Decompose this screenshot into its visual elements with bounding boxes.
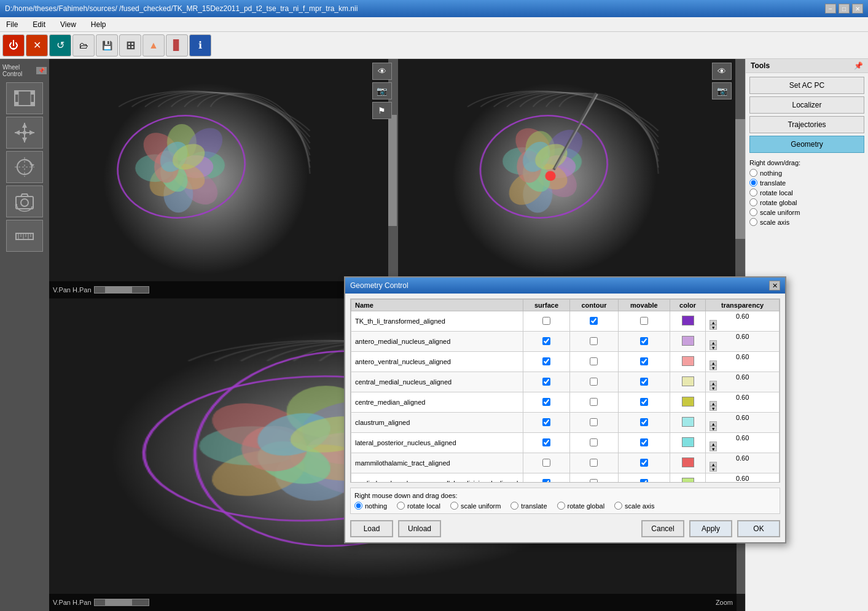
spinner-down[interactable]: ▼	[710, 406, 717, 411]
spinner-up[interactable]: ▲	[710, 482, 717, 483]
dialog-close-button[interactable]: ✕	[769, 281, 780, 290]
menu-help[interactable]: Help	[87, 19, 110, 30]
contour-checkbox[interactable]	[590, 398, 598, 406]
dialog-radio-translate[interactable]	[510, 502, 518, 510]
dialog-radio-nothing-label[interactable]: nothing	[354, 502, 387, 510]
movable-checkbox[interactable]	[640, 398, 648, 406]
contour-checkbox[interactable]	[590, 418, 598, 426]
spinner-down[interactable]: ▼	[710, 325, 717, 330]
transparency-spinner[interactable]: ▲▼	[710, 462, 775, 472]
transparency-spinner[interactable]: ▲▼	[710, 421, 775, 431]
spinner-down[interactable]: ▼	[710, 426, 717, 431]
trajectories-button[interactable]: Trajectories	[749, 116, 864, 133]
viewport-bl-hscroll[interactable]	[94, 599, 149, 606]
menu-file[interactable]: File	[2, 19, 22, 30]
movable-checkbox[interactable]	[640, 357, 648, 365]
localizer-button[interactable]: Localizer	[749, 96, 864, 114]
transparency-spinner[interactable]: ▲▼	[710, 360, 775, 370]
spinner-down[interactable]: ▼	[710, 345, 717, 350]
contour-checkbox[interactable]	[590, 337, 598, 345]
spinner-up[interactable]: ▲	[710, 320, 717, 325]
dialog-radio-scale-axis-label[interactable]: scale axis	[614, 502, 654, 510]
surface-checkbox[interactable]	[542, 418, 550, 426]
viewport-tl-flag-btn[interactable]: ⚑	[372, 102, 392, 119]
cancel-button[interactable]: Cancel	[641, 520, 684, 537]
dialog-radio-rotate-global-label[interactable]: rotate global	[557, 502, 605, 510]
viewport-tr-vscroll[interactable]	[735, 59, 745, 298]
refresh-button[interactable]: ↺	[49, 34, 71, 56]
viewport-tr-cam-btn[interactable]: 📷	[712, 82, 732, 99]
contour-checkbox[interactable]	[590, 438, 598, 446]
spinner-up[interactable]: ▲	[710, 381, 717, 386]
color-swatch[interactable]	[682, 478, 694, 483]
transparency-spinner[interactable]: ▲▼	[710, 320, 775, 330]
dialog-radio-nothing[interactable]	[354, 502, 362, 510]
contour-checkbox[interactable]	[590, 378, 598, 386]
menu-view[interactable]: View	[57, 19, 80, 30]
color-swatch[interactable]	[682, 417, 694, 427]
load-button[interactable]: Load	[350, 520, 393, 537]
radio-translate[interactable]	[749, 179, 757, 187]
dialog-radio-scale-axis[interactable]	[614, 502, 622, 510]
spinner-down[interactable]: ▼	[710, 365, 717, 370]
transparency-spinner[interactable]: ▲▼	[710, 340, 775, 350]
spinner-up[interactable]: ▲	[710, 462, 717, 467]
surface-checkbox[interactable]	[542, 357, 550, 365]
radio-rotate-global[interactable]	[749, 198, 757, 206]
surface-checkbox[interactable]	[542, 459, 550, 467]
dialog-radio-rotate-local[interactable]	[397, 502, 405, 510]
contour-checkbox[interactable]	[590, 317, 598, 325]
transparency-spinner[interactable]: ▲▼	[710, 401, 775, 411]
spinner-up[interactable]: ▲	[710, 340, 717, 345]
chart2-button[interactable]: ▊	[166, 34, 188, 56]
contour-checkbox[interactable]	[590, 459, 598, 467]
color-swatch[interactable]	[682, 356, 694, 366]
layers-button[interactable]: ⊞	[119, 34, 141, 56]
movable-checkbox[interactable]	[640, 479, 648, 483]
tools-panel-pin[interactable]: 📌	[854, 61, 863, 70]
close-button[interactable]: ✕	[852, 4, 863, 14]
spinner-down[interactable]: ▼	[710, 446, 717, 451]
movable-checkbox[interactable]	[640, 418, 648, 426]
viewport-tr-eye-btn[interactable]: 👁	[712, 63, 732, 80]
radio-nothing[interactable]	[749, 169, 757, 177]
transparency-spinner[interactable]: ▲▼	[710, 381, 775, 391]
unload-button[interactable]: Unload	[398, 520, 441, 537]
viewport-tl-eye-btn[interactable]: 👁	[372, 63, 392, 80]
dialog-radio-scale-uniform-label[interactable]: scale uniform	[450, 502, 501, 510]
color-swatch[interactable]	[682, 437, 694, 447]
save-button[interactable]: 💾	[96, 34, 118, 56]
radio-scale-uniform[interactable]	[749, 208, 757, 216]
surface-checkbox[interactable]	[542, 398, 550, 406]
sidebar-move-btn[interactable]	[6, 117, 43, 149]
movable-checkbox[interactable]	[640, 317, 648, 325]
spinner-down[interactable]: ▼	[710, 467, 717, 472]
radio-rotate-local[interactable]	[749, 189, 757, 197]
stop-button[interactable]: ✕	[26, 34, 48, 56]
color-swatch[interactable]	[682, 376, 694, 386]
movable-checkbox[interactable]	[640, 378, 648, 386]
ok-button[interactable]: OK	[737, 520, 780, 537]
dialog-radio-scale-uniform[interactable]	[450, 502, 458, 510]
dialog-radio-translate-label[interactable]: translate	[510, 502, 547, 510]
surface-checkbox[interactable]	[542, 378, 550, 386]
minimize-button[interactable]: −	[825, 4, 836, 14]
setacpc-button[interactable]: Set AC PC	[749, 77, 864, 94]
chart1-button[interactable]: ▲	[143, 34, 165, 56]
contour-checkbox[interactable]	[590, 357, 598, 365]
color-swatch[interactable]	[682, 457, 694, 467]
sidebar-film-btn[interactable]	[6, 82, 43, 114]
viewport-tl-hscroll[interactable]	[94, 286, 149, 294]
radio-scale-axis[interactable]	[749, 218, 757, 226]
sidebar-rotate-btn[interactable]	[6, 151, 43, 183]
spinner-up[interactable]: ▲	[710, 421, 717, 426]
menu-edit[interactable]: Edit	[29, 19, 49, 30]
movable-checkbox[interactable]	[640, 438, 648, 446]
color-swatch[interactable]	[682, 336, 694, 346]
color-swatch[interactable]	[682, 397, 694, 407]
surface-checkbox[interactable]	[542, 479, 550, 483]
surface-checkbox[interactable]	[542, 337, 550, 345]
sidebar-ruler-btn[interactable]	[6, 220, 43, 252]
movable-checkbox[interactable]	[640, 337, 648, 345]
transparency-spinner[interactable]: ▲▼	[710, 482, 775, 483]
